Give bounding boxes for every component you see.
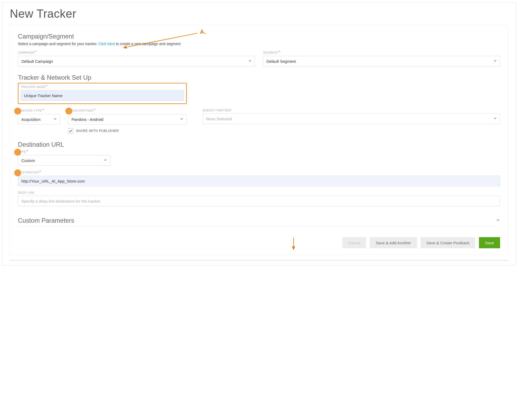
- campaign-segment-section: Campaign/Segment Select a campaign and s…: [18, 33, 500, 66]
- create-campaign-link[interactable]: Click here: [98, 42, 115, 46]
- tracker-type-select[interactable]: Acquisition: [18, 114, 60, 125]
- campaign-segment-subtitle: Select a campaign and segment for your t…: [18, 42, 500, 46]
- destination-url-input[interactable]: [18, 176, 500, 186]
- action-bar: Cancel Save & Add Another Save & Create …: [18, 237, 500, 248]
- callout-dot-icon: [65, 108, 72, 114]
- form-card: A. Campaign/Segment Select a campaign an…: [10, 25, 508, 255]
- tracker-type-value: Acquisition: [21, 117, 41, 122]
- share-publisher-checkbox[interactable]: [68, 128, 73, 133]
- agency-partner-label: AGENCY PARTNER: [203, 109, 500, 112]
- callout-dot-icon: [14, 169, 21, 176]
- chevron-down-icon: [493, 116, 497, 121]
- media-partner-label: MEDIA PARTNER*: [68, 109, 187, 112]
- cancel-button[interactable]: Cancel: [342, 237, 366, 248]
- callout-dot-icon: [14, 149, 21, 156]
- dest-type-select[interactable]: Custom: [18, 155, 110, 166]
- segment-label: SEGMENT*: [263, 51, 500, 54]
- destination-url-label: DESTINATION*: [18, 170, 500, 174]
- campaign-sub-pre: Select a campaign and segment for your t…: [18, 42, 98, 46]
- tracker-setup-section: Tracker & Network Set Up TRACKER NAME* T…: [18, 74, 500, 133]
- dest-type-label: TYPE*: [18, 150, 110, 154]
- chevron-down-icon: [493, 59, 497, 64]
- deep-link-label: DEEP LINK: [18, 191, 500, 194]
- segment-select-value: Default Segment: [266, 59, 296, 64]
- tracker-name-label: TRACKER NAME*: [21, 85, 184, 89]
- tracker-name-highlight: TRACKER NAME*: [18, 83, 187, 104]
- chevron-down-icon: [180, 117, 184, 122]
- destination-section: Destination URL TYPE* Custom DESTINATION…: [18, 141, 500, 206]
- campaign-segment-title: Campaign/Segment: [18, 33, 500, 40]
- page-container: New Tracker A. Campaign/Segment Select: [2, 2, 516, 266]
- footer-divider: [10, 260, 508, 261]
- check-icon: [69, 129, 73, 133]
- save-button[interactable]: Save: [479, 237, 500, 248]
- campaign-select-value: Default Campaign: [21, 59, 53, 64]
- destination-title: Destination URL: [18, 141, 500, 148]
- chevron-down-icon: [496, 218, 500, 223]
- share-publisher-label: SHARE WITH PUBLISHER: [76, 129, 119, 133]
- media-partner-select[interactable]: Pandora - Android: [68, 114, 187, 125]
- save-create-postback-button[interactable]: Save & Create Postback: [421, 237, 475, 248]
- agency-partner-value: None Selected: [206, 117, 232, 121]
- campaign-sub-post: to create a new campaign and segment: [115, 42, 180, 46]
- campaign-label: CAMPAIGN*: [18, 51, 255, 54]
- tracker-setup-title: Tracker & Network Set Up: [18, 74, 500, 81]
- media-partner-value: Pandora - Android: [71, 117, 103, 122]
- agency-partner-select[interactable]: None Selected: [203, 113, 500, 124]
- tracker-name-input[interactable]: [21, 90, 184, 101]
- chevron-down-icon: [103, 158, 107, 163]
- custom-parameters-section[interactable]: Custom Parameters: [18, 217, 500, 227]
- callout-dot-icon: [14, 108, 21, 114]
- campaign-select[interactable]: Default Campaign: [18, 56, 255, 66]
- chevron-down-icon: [53, 117, 57, 122]
- segment-select[interactable]: Default Segment: [263, 56, 500, 66]
- tracker-type-label: TRACKER TYPE*: [18, 109, 60, 112]
- deep-link-input[interactable]: [18, 196, 500, 206]
- custom-parameters-title: Custom Parameters: [18, 217, 74, 224]
- page-title: New Tracker: [10, 7, 508, 20]
- dest-type-value: Custom: [21, 158, 35, 163]
- chevron-down-icon: [248, 59, 252, 64]
- save-add-another-button[interactable]: Save & Add Another: [370, 237, 417, 248]
